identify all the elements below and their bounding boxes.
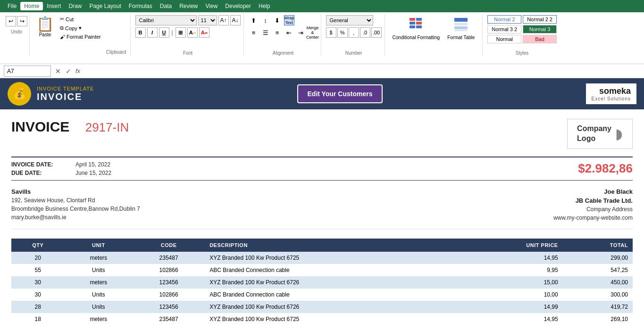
menu-file[interactable]: File [4,2,20,10]
align-top-button[interactable]: ⬆ [249,15,259,25]
cell-reference-input[interactable]: A7 [4,66,51,77]
align-right-button[interactable]: ≡ [272,27,283,38]
svg-rect-4 [410,25,415,28]
align-center-button[interactable]: ☰ [260,27,271,38]
menu-page-layout[interactable]: Page Layout [85,2,125,10]
cell-code: 102866 [133,289,205,301]
fill-color-button[interactable]: A▬ [187,27,198,38]
email-line: mary.burke@savills.ie [11,214,140,221]
cell-unit: meters [65,313,133,325]
align-top-row: ⬆ ↕ ⬇ Wrap Text [249,15,318,25]
font-size-select[interactable]: 11 [198,15,217,25]
menu-bar: File Home Insert Draw Page Layout Formul… [0,0,644,12]
number-group: General $ % , .0 .00 Number [323,14,385,57]
copy-button[interactable]: ⧉ Copy ▾ [58,24,103,32]
menu-view[interactable]: View [202,2,222,10]
underline-button[interactable]: U [159,27,169,38]
cell-description: XYZ Branded 100 Kw Product 6726 [205,301,458,313]
undo-button[interactable]: ↩ [6,16,16,26]
menu-insert[interactable]: Insert [43,2,65,10]
cell-unit: meters [65,252,133,264]
font-format-row: B I U | ⊞ A▬ A▬ [135,27,241,38]
cell-description: XYZ Branded 100 Kw Product 6725 [205,252,458,264]
alignment-group-label: Alignment [273,50,293,56]
cell-unit: meters [65,276,133,289]
wrap-text-button[interactable]: Wrap Text [284,15,294,25]
conditional-formatting-icon [409,17,424,35]
bold-button[interactable]: B [135,27,146,38]
cell-unit-price: 15,00 [458,276,563,289]
decrease-decimal-button[interactable]: .0 [360,27,370,38]
number-format-select[interactable]: General [326,15,373,25]
menu-developer[interactable]: Developer [221,2,255,10]
style-normal[interactable]: Normal [487,35,521,43]
conditional-formatting-label: Conditional Formatting [393,35,440,40]
logo-text: CompanyLogo [577,124,611,144]
menu-formulas[interactable]: Formulas [125,2,156,10]
percent-button[interactable]: % [337,27,348,38]
table-row: 30 meters 123456 XYZ Branded 100 Kw Prod… [11,276,633,289]
style-bad[interactable]: Bad [523,35,557,43]
cut-button[interactable]: ✂ Cut [58,15,103,23]
address-line-2: Broombridge Business Centre,Bannow Rd,Du… [11,206,140,212]
format-table-label: Format Table [447,35,475,40]
increase-decimal-button[interactable]: .00 [371,27,382,38]
italic-button[interactable]: I [147,27,158,38]
menu-data[interactable]: Data [156,2,176,10]
align-left-button[interactable]: ≡ [249,27,259,38]
clipboard-right: ✂ Cut ⧉ Copy ▾ 🖌 Format Painter [58,15,103,41]
style-normal2[interactable]: Normal 2 [487,15,521,24]
format-painter-button[interactable]: 🖌 Format Painter [58,33,103,41]
comma-button[interactable]: , [349,27,359,38]
svg-rect-2 [410,22,415,25]
clipboard-group-label: Clipboard [105,49,127,56]
menu-help[interactable]: Help [255,2,274,10]
svg-rect-0 [410,18,415,21]
cell-unit-price: 10,00 [458,289,563,301]
font-name-select[interactable]: Calibri [135,15,197,25]
align-middle-button[interactable]: ↕ [260,15,271,25]
col-qty: QTY [11,239,65,252]
menu-review[interactable]: Review [176,2,201,10]
wrap-text-label: Wrap Text [284,16,294,25]
border-button[interactable]: ⊞ [176,27,186,38]
font-color-button[interactable]: A▬ [199,27,209,38]
confirm-formula-icon[interactable]: ✓ [64,67,73,75]
align-bottom-button[interactable]: ⬇ [272,15,283,25]
format-painter-label: Format Painter [67,34,101,40]
redo-button[interactable]: ↪ [17,16,27,26]
invoice-body: INVOICE 2917-IN CompanyLogo ◗ INVOICE DA… [0,109,644,330]
conditional-formatting-button[interactable]: Conditional Formatting [390,15,443,42]
edit-customers-button[interactable]: Edit Your Customers [297,84,383,103]
style-normal22[interactable]: Normal 2 2 [523,15,557,24]
invoice-date-value: April 15, 2022 [75,161,110,168]
table-row: 18 meters 235487 XYZ Branded 100 Kw Prod… [11,313,633,325]
merge-center-button[interactable]: Merge & Center [308,27,318,38]
cell-qty: 18 [11,313,65,325]
svg-rect-3 [416,22,422,25]
paste-label: Paste [39,32,51,37]
cancel-formula-icon[interactable]: ✕ [54,67,62,75]
menu-home[interactable]: Home [20,2,43,10]
menu-draw[interactable]: Draw [65,2,85,10]
cell-unit: Units [65,264,133,276]
cell-unit-price: 14,95 [458,252,563,264]
cell-total: 269,10 [563,313,633,325]
currency-button[interactable]: $ [326,27,336,38]
style-normal3[interactable]: Normal 3 [523,25,557,33]
style-normal32[interactable]: Normal 3 2 [487,25,521,33]
table-row: 28 Units 123456 XYZ Branded 100 Kw Produ… [11,301,633,313]
increase-font-button[interactable]: A↑ [218,15,229,25]
increase-indent-button[interactable]: ⇥ [296,27,306,38]
format-painter-icon: 🖌 [60,34,65,40]
fx-label: fx [75,67,80,74]
decrease-font-button[interactable]: A↓ [230,15,241,25]
cell-qty: 30 [11,289,65,301]
col-unit: UNIT [65,239,133,252]
svg-rect-6 [454,18,468,22]
decrease-indent-button[interactable]: ⇤ [284,27,294,38]
cell-description: XYZ Branded 100 Kw Product 6725 [205,313,458,325]
format-table-button[interactable]: Format Table [444,15,477,42]
paste-icon: 📋 [36,17,54,31]
paste-button[interactable]: 📋 Paste [34,15,56,39]
